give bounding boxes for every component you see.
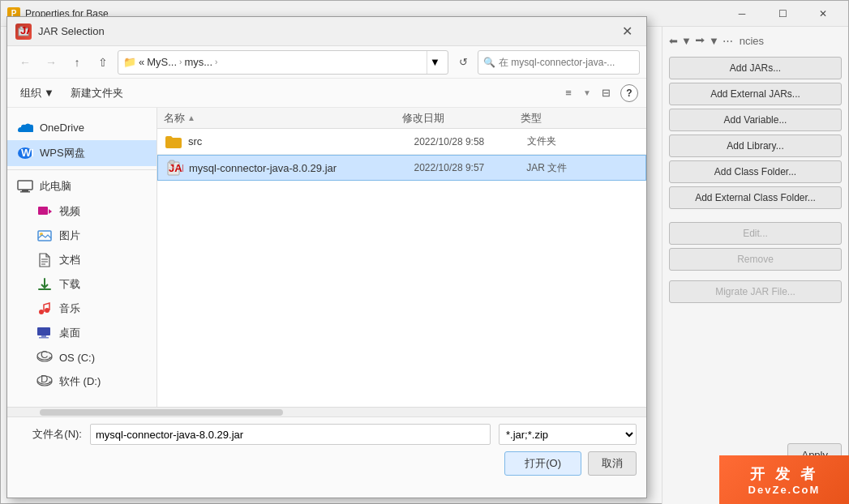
file-name-src: src	[188, 135, 414, 147]
col-header-name[interactable]: 名称 ▲	[164, 111, 402, 126]
dialog-title: JAR Selection	[38, 25, 105, 37]
breadcrumb-sep1: «	[139, 56, 144, 68]
help-button[interactable]: ?	[620, 84, 638, 102]
file-date-jar: 2022/10/28 9:57	[414, 162, 527, 173]
nav-parent-button[interactable]: ⇧	[92, 51, 114, 74]
svg-rect-17	[37, 327, 50, 335]
breadcrumb-arrow1: ›	[179, 58, 182, 66]
sidebar-item-downloads[interactable]: 下载	[7, 272, 157, 297]
view-menu-button[interactable]: ≡	[557, 83, 580, 104]
address-bar: 📁 « MyS... › mys... › ▼	[118, 50, 448, 75]
nav-dropdown2-icon[interactable]: ▼	[709, 35, 719, 47]
svg-point-16	[45, 308, 49, 313]
new-folder-button[interactable]: 新建文件夹	[66, 83, 128, 103]
soft-icon: D:	[36, 374, 53, 390]
add-jars-button[interactable]: Add JARs...	[669, 57, 842, 79]
file-name-jar: mysql-connector-java-8.0.29.jar	[189, 162, 414, 174]
watermark-line2: DevZe.CoM	[748, 484, 821, 496]
svg-text:JAR: JAR	[20, 26, 29, 36]
osc-icon: C:	[36, 349, 53, 365]
view-panel-button[interactable]: ⊟	[594, 83, 617, 104]
sidebar-item-docs[interactable]: 文档	[7, 248, 157, 272]
sidebar-item-pictures[interactable]: 图片	[7, 224, 157, 248]
file-row-src[interactable]: src 2022/10/28 9:58 文件夹	[157, 129, 646, 155]
edit-button[interactable]: Edit...	[669, 222, 842, 245]
sidebar-item-osc[interactable]: C: OS (C:)	[7, 345, 157, 369]
breadcrumb-part2[interactable]: mys...	[184, 56, 212, 68]
nav-forward-button[interactable]: →	[40, 51, 62, 74]
breadcrumb-icon: 📁	[123, 56, 136, 68]
dialog-app-icon: JAR	[15, 23, 32, 40]
organize-chevron-icon: ▼	[44, 87, 54, 99]
sidebar-item-desktop[interactable]: 桌面	[7, 321, 157, 345]
add-variable-button[interactable]: Add Variable...	[669, 109, 842, 131]
desktop-icon	[36, 325, 53, 341]
nav-back-button[interactable]: ←	[14, 51, 36, 74]
view-dropdown-icon: ▼	[583, 88, 591, 97]
add-class-folder-button[interactable]: Add Class Folder...	[669, 160, 842, 183]
svg-text:JAR: JAR	[169, 162, 183, 174]
address-dropdown-button[interactable]: ▼	[427, 51, 443, 74]
cancel-button[interactable]: 取消	[588, 451, 637, 476]
sidebar-item-computer[interactable]: 此电脑	[7, 173, 157, 199]
migrate-jar-button[interactable]: Migrate JAR File...	[669, 280, 842, 303]
svg-marker-9	[49, 209, 52, 214]
refresh-button[interactable]: ↺	[452, 51, 474, 74]
add-external-class-folder-button[interactable]: Add External Class Folder...	[669, 186, 842, 209]
sidebar: OneDrive WP WPS网盘	[7, 108, 157, 407]
jar-file-icon: JAR	[165, 158, 184, 177]
bg-minimize-button[interactable]: ─	[723, 2, 761, 25]
breadcrumb-part1[interactable]: MyS...	[147, 56, 177, 68]
organize-button[interactable]: 组织 ▼	[15, 83, 59, 103]
col-header-type[interactable]: 类型	[521, 111, 640, 126]
nav-dropdown-icon[interactable]: ▼	[681, 35, 692, 47]
svg-text:C:: C:	[41, 351, 51, 361]
dialog-bottom: 文件名(N): *.jar;*.zip 打开(O) 取消	[7, 416, 646, 498]
sidebar-label-pictures: 图片	[59, 229, 80, 243]
sidebar-item-onedrive[interactable]: OneDrive	[7, 114, 157, 140]
bg-maximize-button[interactable]: ☐	[764, 2, 801, 25]
sidebar-item-wps[interactable]: WP WPS网盘	[7, 140, 157, 166]
col-header-date[interactable]: 修改日期	[402, 111, 521, 126]
filename-input[interactable]	[90, 424, 491, 445]
right-panel-nav: ⬅ ▼ ⮕ ▼ ⋯ ncies	[669, 35, 842, 47]
dialog-close-button[interactable]: ✕	[615, 20, 638, 43]
bottom-buttons: 打开(O) 取消	[17, 451, 637, 476]
pictures-icon	[36, 228, 53, 244]
sidebar-label-wps: WPS网盘	[40, 146, 85, 160]
address-breadcrumb: 📁 « MyS... › mys... ›	[123, 56, 423, 68]
file-row-jar[interactable]: JAR mysql-connector-java-8.0.29.jar 2022…	[157, 155, 646, 181]
right-panel: ⬅ ▼ ⮕ ▼ ⋯ ncies Add JARs... Add External…	[662, 27, 848, 504]
filename-label: 文件名(N):	[17, 427, 82, 442]
dialog-toolbar: ← → ↑ ⇧ 📁 « MyS... › mys... › ▼ ↺ 🔍	[7, 46, 646, 79]
sort-icon: ▲	[187, 113, 195, 122]
sidebar-label-downloads: 下载	[59, 277, 80, 292]
nav-more-icon[interactable]: ⋯	[723, 35, 733, 47]
add-external-jars-button[interactable]: Add External JARs...	[669, 83, 842, 105]
horizontal-scrollbar[interactable]	[7, 407, 646, 416]
wps-icon: WP	[17, 145, 33, 161]
dialog-toolbar2: 组织 ▼ 新建文件夹 ≡ ▼ ⊟ ?	[7, 79, 646, 108]
open-button[interactable]: 打开(O)	[504, 451, 581, 476]
svg-rect-8	[38, 207, 48, 215]
music-icon	[36, 301, 53, 317]
remove-button[interactable]: Remove	[669, 248, 842, 271]
file-list: 名称 ▲ 修改日期 类型 src 2022/10/28 9:58	[157, 108, 646, 407]
nav-back-icon[interactable]: ⬅	[669, 35, 678, 47]
sidebar-label-osc: OS (C:)	[59, 352, 95, 364]
sidebar-item-music[interactable]: 音乐	[7, 297, 157, 321]
filename-row: 文件名(N): *.jar;*.zip	[17, 424, 637, 445]
docs-icon	[36, 252, 53, 268]
add-library-button[interactable]: Add Library...	[669, 135, 842, 157]
sidebar-item-video[interactable]: 视频	[7, 199, 157, 224]
nav-forward-icon[interactable]: ⮕	[695, 35, 705, 47]
sidebar-item-soft[interactable]: D: 软件 (D:)	[7, 369, 157, 394]
svg-rect-19	[39, 337, 49, 339]
sidebar-label-video: 视频	[59, 204, 80, 219]
search-input[interactable]	[499, 57, 634, 68]
downloads-icon	[36, 276, 53, 293]
sidebar-label-computer: 此电脑	[40, 179, 71, 194]
nav-up-button[interactable]: ↑	[66, 51, 88, 74]
filetype-select[interactable]: *.jar;*.zip	[499, 424, 637, 445]
bg-close-button[interactable]: ✕	[804, 2, 842, 25]
